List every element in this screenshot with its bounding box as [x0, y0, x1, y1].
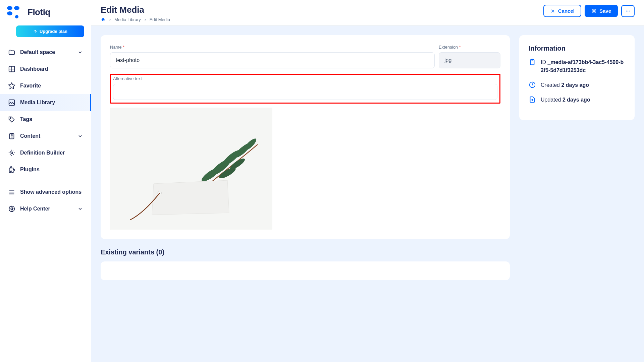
upload-icon — [33, 29, 38, 34]
clipboard-icon — [529, 58, 536, 66]
info-updated-label: Updated — [541, 97, 561, 103]
svg-point-15 — [629, 10, 630, 11]
alt-text-highlight: Alternative text — [110, 74, 500, 104]
sidebar-item-label: Dashboard — [20, 66, 48, 72]
sidebar-item-media-library[interactable]: Media Library — [0, 94, 91, 111]
page-title: Edit Media — [101, 5, 170, 15]
svg-point-0 — [7, 6, 12, 10]
star-icon — [8, 82, 15, 89]
alt-text-input[interactable] — [113, 84, 497, 100]
home-icon[interactable] — [101, 17, 106, 22]
sidebar-item-label: Favorite — [20, 83, 41, 89]
menu-icon — [8, 188, 15, 196]
divider — [0, 181, 91, 181]
information-card: Information ID _media-af173bb4-3ac5-4500… — [519, 35, 635, 120]
name-label: Name * — [110, 45, 435, 50]
sidebar-item-label: Default space — [20, 49, 55, 55]
sidebar-item-favorite[interactable]: Favorite — [0, 77, 91, 94]
topbar: Edit Media Media Library Edit Media Canc… — [91, 0, 644, 26]
sidebar-item-label: Tags — [20, 116, 32, 122]
breadcrumb-current: Edit Media — [150, 17, 170, 22]
info-created-value: 2 days ago — [561, 82, 589, 88]
logo-mark-icon — [7, 5, 23, 19]
chevron-right-icon — [108, 18, 112, 21]
save-icon — [591, 8, 597, 14]
variants-card — [101, 261, 510, 280]
upload-file-icon — [529, 96, 536, 103]
svg-point-14 — [628, 10, 629, 11]
puzzle-icon — [8, 166, 15, 173]
image-icon — [8, 99, 15, 106]
sidebar-item-default-space[interactable]: Default space — [0, 44, 91, 61]
more-icon — [625, 8, 631, 14]
sidebar-item-label: Help Center — [20, 206, 50, 212]
main: Edit Media Media Library Edit Media Canc… — [91, 0, 644, 362]
save-button[interactable]: Save — [585, 5, 618, 17]
info-id-value: _media-af173bb4-3ac5-4500-b2f5-5d7d1f325… — [541, 59, 624, 73]
logo[interactable]: Flotiq — [0, 5, 91, 25]
close-icon — [550, 8, 555, 14]
sidebar-item-definition-builder[interactable]: Definition Builder — [0, 144, 91, 161]
clipboard-icon — [8, 132, 15, 140]
name-input[interactable] — [110, 52, 435, 68]
help-icon — [8, 205, 15, 213]
svg-point-3 — [15, 15, 18, 18]
show-advanced-options[interactable]: Show advanced options — [0, 184, 91, 200]
edit-form-card: Name * Extension * Alternative text — [101, 35, 510, 239]
sidebar-item-content[interactable]: Content — [0, 128, 91, 144]
chevron-down-icon — [77, 50, 83, 55]
sidebar-item-label: Media Library — [20, 100, 55, 106]
sidebar-item-plugins[interactable]: Plugins — [0, 161, 91, 178]
info-id-label: ID — [541, 59, 546, 65]
svg-marker-24 — [152, 180, 229, 215]
info-created-label: Created — [541, 82, 560, 88]
svg-point-13 — [626, 10, 627, 11]
chevron-right-icon — [144, 18, 147, 21]
sidebar-item-dashboard[interactable]: Dashboard — [0, 61, 91, 77]
clock-icon — [529, 81, 536, 88]
extension-label: Extension * — [439, 45, 500, 50]
logo-text: Flotiq — [28, 7, 50, 17]
svg-point-2 — [7, 11, 12, 15]
chevron-down-icon — [77, 133, 83, 139]
breadcrumb-media-library[interactable]: Media Library — [114, 17, 141, 22]
more-actions-button[interactable] — [621, 5, 635, 17]
upgrade-label: Upgrade plan — [40, 29, 67, 34]
info-updated-value: 2 days ago — [562, 97, 590, 103]
sidebar: Flotiq Upgrade plan Default space Dashbo… — [0, 0, 91, 362]
extension-input — [439, 52, 500, 68]
cancel-button[interactable]: Cancel — [543, 5, 581, 17]
gear-icon — [8, 149, 15, 157]
sidebar-item-label: Definition Builder — [20, 150, 65, 156]
sidebar-item-label: Show advanced options — [20, 189, 82, 195]
button-label: Save — [599, 8, 611, 14]
svg-point-6 — [10, 118, 11, 119]
sidebar-item-label: Plugins — [20, 167, 40, 173]
chevron-down-icon — [77, 206, 83, 212]
variants-heading: Existing variants (0) — [101, 248, 510, 256]
dashboard-icon — [8, 65, 15, 73]
svg-point-1 — [14, 6, 19, 10]
button-label: Cancel — [558, 8, 575, 14]
alt-text-label: Alternative text — [113, 76, 497, 81]
folder-icon — [8, 49, 15, 56]
sidebar-item-help-center[interactable]: Help Center — [0, 200, 91, 217]
tag-icon — [8, 116, 15, 123]
upgrade-plan-button[interactable]: Upgrade plan — [16, 25, 84, 37]
svg-point-9 — [11, 152, 13, 154]
sidebar-item-tags[interactable]: Tags — [0, 111, 91, 128]
info-heading: Information — [529, 45, 625, 52]
media-preview — [110, 108, 272, 230]
svg-rect-12 — [592, 9, 596, 13]
sidebar-item-label: Content — [20, 133, 40, 139]
breadcrumb: Media Library Edit Media — [101, 17, 170, 22]
